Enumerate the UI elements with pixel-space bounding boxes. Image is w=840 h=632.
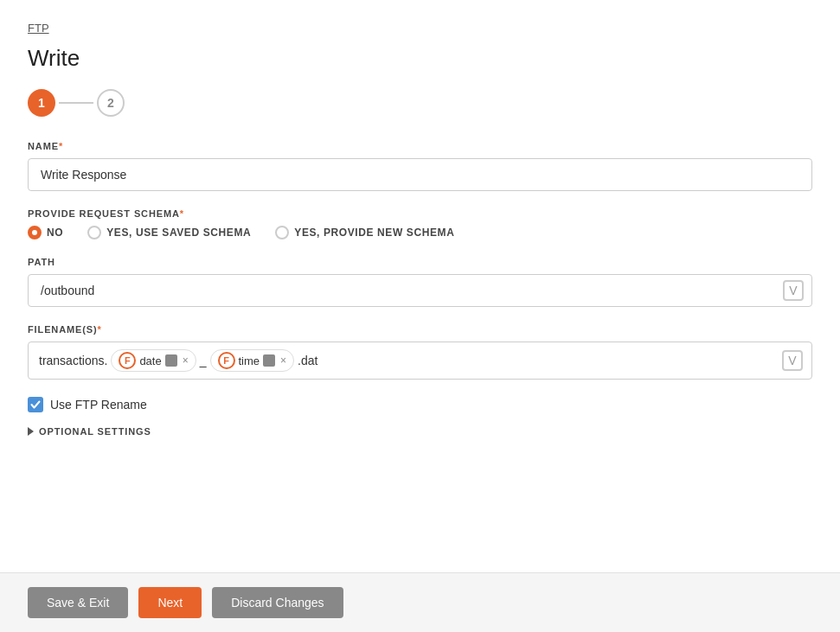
optional-settings-label: OPTIONAL SETTINGS: [39, 426, 151, 437]
schema-label: PROVIDE REQUEST SCHEMA*: [28, 208, 812, 219]
filename-prefix: transactions.: [39, 354, 107, 367]
filename-field-group: FILENAME(S)* transactions. F date × _ F …: [28, 324, 812, 380]
schema-required-star: *: [180, 208, 184, 219]
filename-variable-icon[interactable]: V: [782, 350, 803, 371]
ftp-rename-label: Use FTP Rename: [50, 398, 147, 412]
ftp-rename-row[interactable]: Use FTP Rename: [28, 397, 812, 412]
path-field-group: PATH V: [28, 257, 812, 307]
filename-separator: _: [200, 354, 207, 367]
page-title: Write: [28, 45, 812, 72]
chevron-right-icon: [28, 427, 34, 436]
tag-name-date: date: [139, 354, 161, 367]
step-line: [59, 102, 93, 104]
filename-tag-time[interactable]: F time ×: [210, 349, 295, 372]
tag-box-date: [165, 354, 177, 367]
schema-radio-group: NO YES, USE SAVED SCHEMA YES, PROVIDE NE…: [28, 226, 812, 239]
name-label: NAME*: [28, 141, 812, 151]
step-2[interactable]: 2: [97, 89, 125, 117]
discard-changes-button[interactable]: Discard Changes: [212, 587, 343, 618]
filename-required-star: *: [98, 324, 102, 335]
footer-bar: Save & Exit Next Discard Changes: [0, 572, 840, 632]
name-input[interactable]: [28, 158, 812, 191]
optional-settings-toggle[interactable]: OPTIONAL SETTINGS: [28, 426, 812, 437]
filename-tag-date[interactable]: F date ×: [111, 349, 196, 372]
radio-no-input[interactable]: [28, 226, 42, 239]
path-label: PATH: [28, 257, 812, 267]
save-exit-button[interactable]: Save & Exit: [28, 587, 128, 618]
filename-suffix: .dat: [298, 354, 317, 367]
path-input-wrapper: V: [28, 274, 812, 307]
tag-close-date[interactable]: ×: [183, 354, 189, 367]
tag-f-date: F: [119, 352, 136, 369]
radio-yes-new-input[interactable]: [275, 226, 289, 239]
tag-f-time: F: [218, 352, 235, 369]
radio-yes-new[interactable]: YES, PROVIDE NEW SCHEMA: [275, 226, 454, 239]
radio-no[interactable]: NO: [28, 226, 63, 239]
radio-yes-saved-input[interactable]: [87, 226, 101, 239]
stepper: 1 2: [28, 89, 812, 117]
tag-close-time[interactable]: ×: [280, 354, 286, 367]
radio-yes-saved[interactable]: YES, USE SAVED SCHEMA: [87, 226, 251, 239]
page-container: FTP Write 1 2 NAME* PROVIDE REQUEST SCHE…: [0, 0, 840, 632]
checkmark-icon: [30, 399, 41, 410]
tag-box-time: [263, 354, 275, 367]
breadcrumb[interactable]: FTP: [28, 22, 49, 35]
next-button[interactable]: Next: [138, 587, 202, 618]
tag-name-time: time: [239, 354, 260, 367]
path-variable-icon[interactable]: V: [783, 280, 804, 301]
ftp-rename-checkbox[interactable]: [28, 397, 43, 412]
schema-field-group: PROVIDE REQUEST SCHEMA* NO YES, USE SAVE…: [28, 208, 812, 239]
filename-input-wrapper[interactable]: transactions. F date × _ F time × .dat V: [28, 342, 812, 380]
filename-label: FILENAME(S)*: [28, 324, 812, 335]
name-required-star: *: [59, 141, 63, 151]
path-input[interactable]: [28, 274, 812, 307]
name-field-group: NAME*: [28, 141, 812, 191]
step-1[interactable]: 1: [28, 89, 55, 117]
